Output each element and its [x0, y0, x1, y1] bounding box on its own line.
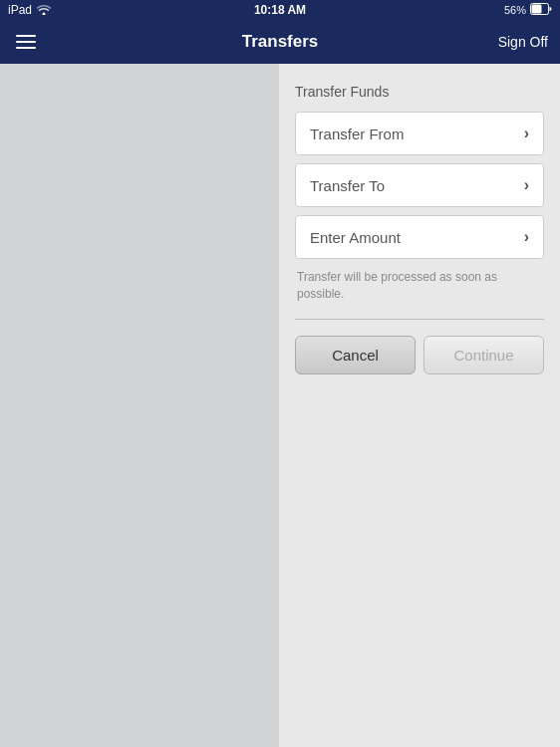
- battery-icon: [530, 3, 552, 17]
- svg-rect-1: [532, 5, 542, 14]
- status-left: iPad: [8, 3, 52, 18]
- main-layout: Transfer Funds Transfer From › Transfer …: [0, 64, 560, 747]
- menu-button[interactable]: [12, 31, 40, 53]
- status-bar: iPad 10:18 AM 56%: [0, 0, 560, 20]
- sign-off-button[interactable]: Sign Off: [498, 34, 548, 50]
- transfer-to-label: Transfer To: [310, 177, 385, 194]
- wifi-icon: [36, 3, 52, 18]
- content-panel: Transfer Funds Transfer From › Transfer …: [279, 64, 560, 747]
- button-row: Cancel Continue: [295, 336, 544, 374]
- info-text: Transfer will be processed as soon as po…: [297, 269, 542, 303]
- transfer-to-chevron-icon: ›: [524, 176, 529, 194]
- status-right: 56%: [504, 3, 552, 17]
- transfer-from-chevron-icon: ›: [524, 124, 529, 142]
- enter-amount-row[interactable]: Enter Amount ›: [295, 215, 544, 259]
- battery-percent: 56%: [504, 4, 526, 16]
- enter-amount-chevron-icon: ›: [524, 228, 529, 246]
- transfer-from-label: Transfer From: [310, 125, 404, 142]
- continue-button[interactable]: Continue: [423, 336, 544, 374]
- transfer-from-row[interactable]: Transfer From ›: [295, 112, 544, 155]
- nav-bar: Transfers Sign Off: [0, 20, 560, 64]
- device-label: iPad: [8, 3, 32, 17]
- enter-amount-label: Enter Amount: [310, 229, 401, 246]
- sidebar-panel: [0, 64, 279, 747]
- transfer-to-row[interactable]: Transfer To ›: [295, 163, 544, 207]
- status-time: 10:18 AM: [254, 3, 306, 17]
- divider: [295, 319, 544, 320]
- section-title: Transfer Funds: [295, 84, 544, 100]
- page-title: Transfers: [242, 32, 319, 52]
- cancel-button[interactable]: Cancel: [295, 336, 416, 374]
